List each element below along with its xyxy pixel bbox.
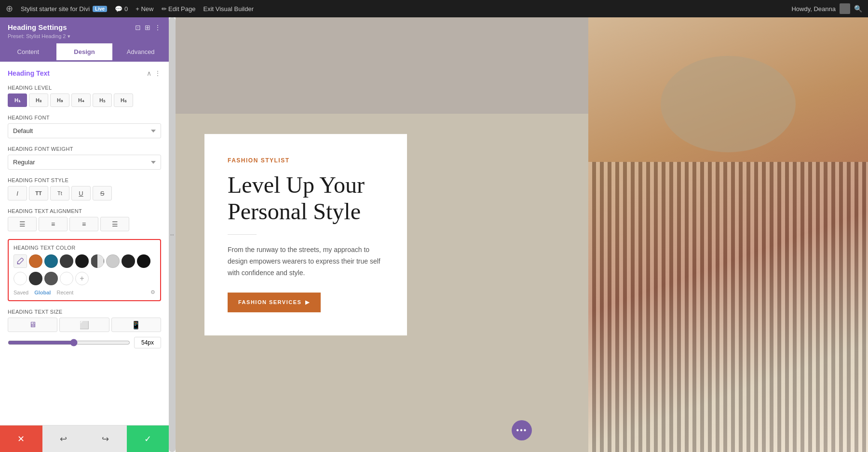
wp-logo-icon[interactable]: ⊕ xyxy=(6,3,13,14)
preset-row: Preset: Stylist Heading 2 ▾ xyxy=(8,33,161,40)
color-swatch-transparent[interactable] xyxy=(60,272,73,285)
h1-button[interactable]: H₁ xyxy=(8,93,27,107)
heading-text-size-field: Heading Text Size 🖥 ⬜ 📱 xyxy=(8,309,161,348)
section-title: Heading Text xyxy=(8,69,50,77)
mobile-device-button[interactable]: 📱 xyxy=(111,318,161,332)
global-colors-tab[interactable]: Global xyxy=(34,290,51,295)
color-swatch-semitransparent[interactable] xyxy=(91,254,104,268)
user-avatar[interactable] xyxy=(840,3,850,14)
heading-text-alignment-label: Heading Text Alignment xyxy=(8,208,161,214)
align-justify-button[interactable]: ☰ xyxy=(100,217,129,231)
undo-button[interactable]: ↩ xyxy=(42,425,85,452)
color-swatches-row1 xyxy=(14,254,155,268)
fashion-services-button[interactable]: FASHION SERVICES ▶ xyxy=(228,292,321,312)
left-panel: Heading Settings ⊡ ⊞ ⋮ Preset: Stylist H… xyxy=(0,17,169,452)
eyedropper-button[interactable] xyxy=(14,254,27,268)
live-badge: Live xyxy=(93,6,107,12)
heading-font-select[interactable]: Default xyxy=(8,123,161,138)
size-slider-row xyxy=(8,337,161,348)
card-eyebrow: FASHION STYLIST xyxy=(228,157,384,164)
panel-header: Heading Settings ⊡ ⊞ ⋮ Preset: Stylist H… xyxy=(0,17,169,43)
hero-left-top-block xyxy=(176,17,588,114)
italic-button[interactable]: I xyxy=(8,186,27,200)
strikethrough-button[interactable]: S xyxy=(93,186,112,200)
panel-header-icons: ⊡ ⊞ ⋮ xyxy=(135,24,161,31)
heading-font-weight-label: Heading Font Weight xyxy=(8,146,161,152)
desktop-device-button[interactable]: 🖥 xyxy=(8,318,57,332)
panel-settings-icon[interactable]: ⊡ xyxy=(135,24,141,31)
tab-content[interactable]: Content xyxy=(0,43,56,62)
hero-card: FASHION STYLIST Level Up Your Personal S… xyxy=(204,134,407,335)
color-tabs-row: Saved Global Recent ⚙ xyxy=(14,289,155,295)
font-style-buttons: I TT Tt U S xyxy=(8,186,161,200)
section-options-icon[interactable]: ⋮ xyxy=(154,69,161,77)
tablet-device-button[interactable]: ⬜ xyxy=(59,318,109,332)
heading-font-label: Heading Font xyxy=(8,115,161,120)
redo-button[interactable]: ↪ xyxy=(84,425,127,452)
panel-more-icon[interactable]: ⋮ xyxy=(154,24,161,31)
wp-admin-bar: ⊕ Stylist starter site for Divi Live 💬 0… xyxy=(0,0,868,17)
tab-design[interactable]: Design xyxy=(56,43,113,62)
color-swatch-black3[interactable] xyxy=(29,272,42,285)
card-heading: Level Up Your Personal Style xyxy=(228,172,384,225)
color-swatch-white[interactable] xyxy=(14,272,27,285)
card-divider xyxy=(228,234,257,235)
panel-title: Heading Settings xyxy=(8,23,67,31)
search-icon[interactable]: 🔍 xyxy=(854,5,862,13)
h2-button[interactable]: H₂ xyxy=(29,93,48,107)
uppercase-button[interactable]: TT xyxy=(29,186,48,200)
heading-font-weight-select[interactable]: Regular xyxy=(8,155,161,170)
heading-font-weight-field: Heading Font Weight Regular xyxy=(8,146,161,170)
size-slider[interactable] xyxy=(8,339,130,346)
color-swatch-black2[interactable] xyxy=(137,254,150,268)
align-center-button[interactable]: ≡ xyxy=(39,217,68,231)
heading-text-color-label: Heading Text Color xyxy=(14,245,155,251)
comments-link[interactable]: 💬 0 xyxy=(115,5,128,13)
heading-font-field: Heading Font Default xyxy=(8,115,161,138)
tab-advanced[interactable]: Advanced xyxy=(112,43,169,62)
panel-columns-icon[interactable]: ⊞ xyxy=(145,24,150,31)
eyedropper-icon xyxy=(17,258,24,265)
recent-colors-tab[interactable]: Recent xyxy=(56,290,73,295)
panel-tabs: Content Design Advanced xyxy=(0,43,169,62)
right-content: FASHION STYLIST Level Up Your Personal S… xyxy=(176,17,868,452)
three-dots-button[interactable]: ••• xyxy=(512,420,532,440)
resize-icon: ↔ xyxy=(169,231,175,238)
heading-text-color-section: Heading Text Color xyxy=(8,239,161,301)
add-color-button[interactable]: + xyxy=(75,272,89,285)
color-swatch-darkgray[interactable] xyxy=(60,254,73,268)
color-settings-icon[interactable]: ⚙ xyxy=(150,289,155,295)
save-button[interactable]: ✓ xyxy=(127,425,169,452)
h6-button[interactable]: H₆ xyxy=(114,93,133,107)
color-swatch-black1[interactable] xyxy=(75,254,89,268)
underline-button[interactable]: U xyxy=(71,186,91,200)
heading-text-alignment-field: Heading Text Alignment ☰ ≡ ≡ ☰ xyxy=(8,208,161,231)
size-input[interactable] xyxy=(134,337,161,348)
cancel-button[interactable]: ✕ xyxy=(0,425,42,452)
color-swatch-dark1[interactable] xyxy=(122,254,135,268)
new-button[interactable]: + New xyxy=(136,5,153,13)
hero-right-photo xyxy=(588,17,868,452)
h4-button[interactable]: H₄ xyxy=(71,93,91,107)
section-collapse-icon[interactable]: ∧ xyxy=(147,69,151,77)
align-left-button[interactable]: ☰ xyxy=(8,217,37,231)
heading-font-style-label: Heading Font Style xyxy=(8,177,161,183)
h3-button[interactable]: H₃ xyxy=(50,93,69,107)
device-buttons: 🖥 ⬜ 📱 xyxy=(8,318,161,332)
panel-resize-handle[interactable]: ↔ xyxy=(169,17,176,452)
heading-level-label: Heading Level xyxy=(8,85,161,91)
color-swatch-gray[interactable] xyxy=(44,272,58,285)
site-name[interactable]: Stylist starter site for Divi Live xyxy=(21,5,107,13)
exit-visual-builder-button[interactable]: Exit Visual Builder xyxy=(203,5,254,13)
align-right-button[interactable]: ≡ xyxy=(69,217,98,231)
color-swatch-teal[interactable] xyxy=(44,254,58,268)
color-swatch-orange[interactable] xyxy=(29,254,42,268)
capitalize-button[interactable]: Tt xyxy=(50,186,69,200)
color-swatch-lightgray[interactable] xyxy=(106,254,120,268)
heading-level-buttons: H₁ H₂ H₃ H₄ H₅ H₆ xyxy=(8,93,161,107)
comments-icon: 💬 xyxy=(115,5,122,13)
saved-colors-tab[interactable]: Saved xyxy=(14,290,28,295)
h5-button[interactable]: H₅ xyxy=(93,93,112,107)
edit-page-button[interactable]: ✏ Edit Page xyxy=(162,5,196,13)
heading-font-style-field: Heading Font Style I TT Tt U S xyxy=(8,177,161,200)
